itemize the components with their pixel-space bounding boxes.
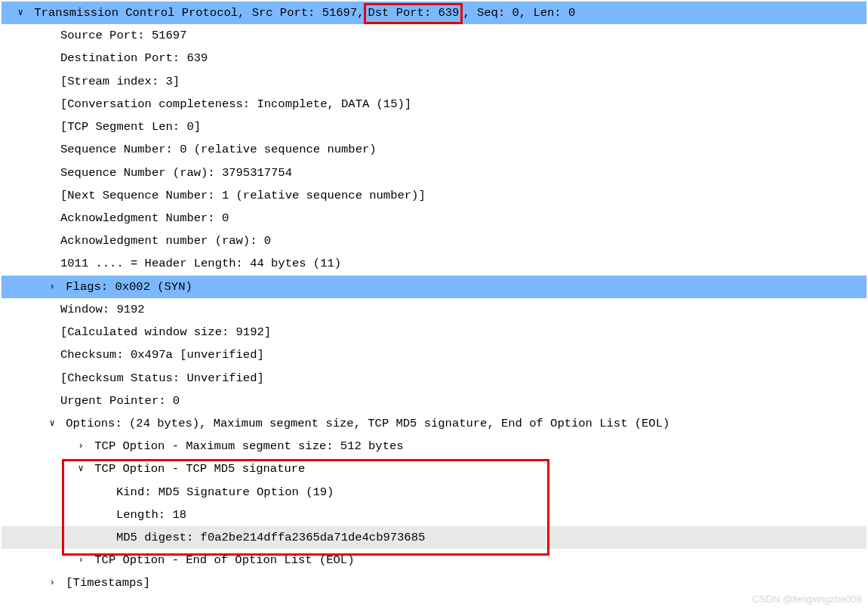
opt-eol-row[interactable]: › TCP Option - End of Option List (EOL) [2, 549, 866, 571]
dest-port-text: Destination Port: 639 [60, 51, 208, 65]
opt-md5-row[interactable]: ∨ TCP Option - TCP MD5 signature [2, 458, 866, 480]
calc-win-row[interactable]: [Calculated window size: 9192] [2, 321, 866, 344]
checksum-text: Checksum: 0x497a [unverified] [60, 348, 264, 362]
ack-num-text: Acknowledgment Number: 0 [60, 211, 229, 225]
chevron-right-icon[interactable]: › [74, 438, 88, 455]
seq-rel-row[interactable]: Sequence Number: 0 (relative sequence nu… [2, 138, 866, 161]
stream-index-text: [Stream index: 3] [60, 75, 180, 88]
hdr-len-row[interactable]: 1011 .... = Header Length: 44 bytes (11) [2, 252, 866, 275]
opt-mss-row[interactable]: › TCP Option - Maximum segment size: 512… [2, 435, 866, 458]
options-row[interactable]: ∨ Options: (24 bytes), Maximum segment s… [2, 412, 866, 435]
stream-index-row[interactable]: [Stream index: 3] [2, 70, 866, 93]
conv-complete-text: [Conversation completeness: Incomplete, … [60, 97, 411, 111]
checksum-row[interactable]: Checksum: 0x497a [unverified] [2, 344, 866, 366]
urgent-row[interactable]: Urgent Pointer: 0 [2, 390, 866, 412]
seq-raw-text: Sequence Number (raw): 3795317754 [60, 166, 292, 180]
next-seq-row[interactable]: [Next Sequence Number: 1 (relative seque… [2, 184, 866, 207]
opt-eol-text: TCP Option - End of Option List (EOL) [94, 553, 354, 567]
options-text: Options: (24 bytes), Maximum segment siz… [66, 417, 669, 430]
flags-row[interactable]: › Flags: 0x002 (SYN) [2, 276, 866, 298]
chevron-down-icon[interactable]: ∨ [45, 415, 59, 433]
chevron-right-icon[interactable]: › [74, 552, 88, 569]
seq-rel-text: Sequence Number: 0 (relative sequence nu… [60, 143, 377, 156]
chevron-down-icon[interactable]: ∨ [74, 461, 88, 478]
md5-digest-row[interactable]: MD5 digest: f0a2be214dffa2365da71de4cb97… [2, 526, 866, 549]
chk-status-row[interactable]: [Checksum Status: Unverified] [2, 367, 866, 390]
md5-len-text: Length: 18 [116, 508, 186, 522]
urgent-text: Urgent Pointer: 0 [60, 394, 180, 408]
source-port-row[interactable]: Source Port: 51697 [2, 24, 866, 47]
seg-len-text: [TCP Segment Len: 0] [60, 120, 201, 134]
hdr-len-text: 1011 .... = Header Length: 44 bytes (11) [60, 257, 341, 270]
md5-digest-text: MD5 digest: f0a2be214dffa2365da71de4cb97… [116, 531, 425, 544]
conv-complete-row[interactable]: [Conversation completeness: Incomplete, … [2, 93, 866, 116]
seq-raw-row[interactable]: Sequence Number (raw): 3795317754 [2, 162, 866, 184]
opt-md5-text: TCP Option - TCP MD5 signature [94, 462, 305, 476]
tcp-header-text-pre: Transmission Control Protocol, Src Port:… [34, 6, 364, 20]
md5-kind-text: Kind: MD5 Signature Option (19) [116, 485, 334, 499]
flags-text: Flags: 0x002 (SYN) [66, 280, 192, 294]
chevron-right-icon[interactable]: › [45, 575, 59, 592]
window-text: Window: 9192 [60, 303, 145, 316]
tcp-dstport-highlight: Dst Port: 639 [364, 3, 463, 24]
dest-port-row[interactable]: Destination Port: 639 [2, 47, 866, 69]
window-row[interactable]: Window: 9192 [2, 298, 866, 321]
ack-raw-row[interactable]: Acknowledgment number (raw): 0 [2, 230, 866, 252]
watermark-text: CSDN @fengxingzhe008 [753, 590, 862, 596]
tcp-header-text-post: , Seq: 0, Len: 0 [463, 6, 575, 20]
packet-tree: ∨ Transmission Control Protocol, Src Por… [2, 2, 866, 595]
timestamps-row[interactable]: › [Timestamps] [2, 571, 866, 594]
calc-win-text: [Calculated window size: 9192] [60, 325, 271, 339]
source-port-text: Source Port: 51697 [60, 29, 186, 42]
chk-status-text: [Checksum Status: Unverified] [60, 371, 264, 385]
md5-kind-row[interactable]: Kind: MD5 Signature Option (19) [2, 481, 866, 504]
ack-num-row[interactable]: Acknowledgment Number: 0 [2, 207, 866, 230]
ack-raw-text: Acknowledgment number (raw): 0 [60, 234, 271, 248]
timestamps-text: [Timestamps] [66, 576, 150, 590]
md5-len-row[interactable]: Length: 18 [2, 504, 866, 526]
next-seq-text: [Next Sequence Number: 1 (relative seque… [60, 189, 426, 202]
chevron-down-icon[interactable]: ∨ [14, 5, 27, 22]
chevron-right-icon[interactable]: › [45, 279, 59, 296]
opt-mss-text: TCP Option - Maximum segment size: 512 b… [94, 439, 403, 453]
tcp-header-row[interactable]: ∨ Transmission Control Protocol, Src Por… [2, 2, 866, 24]
seg-len-row[interactable]: [TCP Segment Len: 0] [2, 116, 866, 138]
